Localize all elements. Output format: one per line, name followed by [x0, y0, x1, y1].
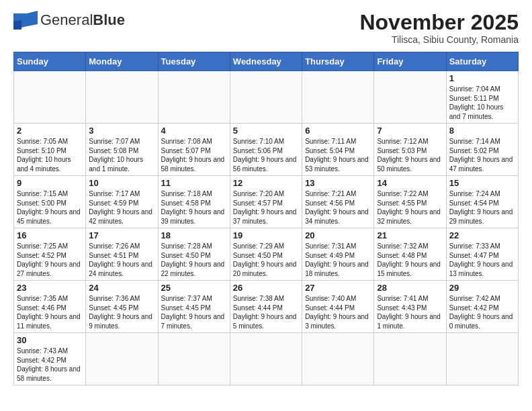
day-info: Sunrise: 7:21 AM Sunset: 4:56 PM Dayligh…: [305, 189, 371, 226]
calendar-cell-w1d4: 6Sunrise: 7:11 AM Sunset: 5:04 PM Daylig…: [302, 124, 374, 176]
calendar-cell-w3d5: 21Sunrise: 7:32 AM Sunset: 4:48 PM Dayli…: [374, 228, 446, 281]
day-info: Sunrise: 7:28 AM Sunset: 4:50 PM Dayligh…: [161, 242, 227, 278]
day-number: 28: [377, 283, 443, 293]
day-info: Sunrise: 7:38 AM Sunset: 4:44 PM Dayligh…: [233, 294, 299, 330]
day-number: 6: [305, 126, 371, 136]
calendar-cell-w3d2: 18Sunrise: 7:28 AM Sunset: 4:50 PM Dayli…: [158, 228, 230, 281]
weekday-header-row: SundayMondayTuesdayWednesdayThursdayFrid…: [14, 52, 519, 71]
day-info: Sunrise: 7:14 AM Sunset: 5:02 PM Dayligh…: [449, 137, 515, 173]
day-info: Sunrise: 7:41 AM Sunset: 4:43 PM Dayligh…: [377, 294, 443, 330]
day-info: Sunrise: 7:12 AM Sunset: 5:03 PM Dayligh…: [377, 137, 443, 173]
day-info: Sunrise: 7:40 AM Sunset: 4:44 PM Dayligh…: [305, 294, 371, 330]
calendar-cell-w1d0: 2Sunrise: 7:05 AM Sunset: 5:10 PM Daylig…: [14, 124, 86, 176]
calendar-cell-w0d4: [302, 71, 374, 124]
day-info: Sunrise: 7:33 AM Sunset: 4:47 PM Dayligh…: [449, 242, 515, 278]
day-number: 10: [89, 178, 154, 188]
logo: GeneralBlue: [13, 11, 125, 30]
calendar-cell-w1d5: 7Sunrise: 7:12 AM Sunset: 5:03 PM Daylig…: [374, 124, 446, 176]
calendar-cell-w5d2: [158, 333, 230, 385]
day-info: Sunrise: 7:29 AM Sunset: 4:50 PM Dayligh…: [233, 242, 299, 278]
calendar-cell-w0d3: [230, 71, 302, 124]
title-block: November 2025 Tilisca, Sibiu County, Rom…: [359, 11, 519, 45]
weekday-header-thursday: Thursday: [302, 52, 374, 71]
weekday-header-wednesday: Wednesday: [230, 52, 302, 71]
weekday-header-friday: Friday: [374, 52, 446, 71]
day-number: 15: [449, 178, 515, 188]
day-number: 18: [161, 230, 227, 240]
calendar-cell-w3d4: 20Sunrise: 7:31 AM Sunset: 4:49 PM Dayli…: [302, 228, 374, 281]
day-info: Sunrise: 7:17 AM Sunset: 4:59 PM Dayligh…: [89, 189, 154, 226]
day-number: 24: [89, 283, 154, 293]
day-info: Sunrise: 7:05 AM Sunset: 5:10 PM Dayligh…: [17, 137, 83, 173]
day-info: Sunrise: 7:20 AM Sunset: 4:57 PM Dayligh…: [233, 189, 299, 226]
day-info: Sunrise: 7:24 AM Sunset: 4:54 PM Dayligh…: [449, 189, 515, 226]
day-number: 9: [17, 178, 83, 188]
calendar-cell-w5d0: 30Sunrise: 7:43 AM Sunset: 4:42 PM Dayli…: [14, 333, 86, 385]
calendar-cell-w4d3: 26Sunrise: 7:38 AM Sunset: 4:44 PM Dayli…: [230, 281, 302, 333]
day-number: 19: [233, 230, 299, 240]
calendar-cell-w2d6: 15Sunrise: 7:24 AM Sunset: 4:54 PM Dayli…: [446, 176, 518, 228]
day-number: 7: [377, 126, 443, 136]
day-number: 21: [377, 230, 443, 240]
logo-icon: [13, 11, 38, 30]
calendar: SundayMondayTuesdayWednesdayThursdayFrid…: [13, 52, 519, 385]
day-number: 27: [305, 283, 371, 293]
calendar-cell-w1d6: 8Sunrise: 7:14 AM Sunset: 5:02 PM Daylig…: [446, 124, 518, 176]
day-number: 26: [233, 283, 299, 293]
calendar-cell-w0d6: 1Sunrise: 7:04 AM Sunset: 5:11 PM Daylig…: [446, 71, 518, 124]
calendar-cell-w2d3: 12Sunrise: 7:20 AM Sunset: 4:57 PM Dayli…: [230, 176, 302, 228]
calendar-cell-w1d1: 3Sunrise: 7:07 AM Sunset: 5:08 PM Daylig…: [86, 124, 158, 176]
day-number: 2: [17, 126, 83, 136]
calendar-cell-w4d4: 27Sunrise: 7:40 AM Sunset: 4:44 PM Dayli…: [302, 281, 374, 333]
logo-text: GeneralBlue: [40, 13, 125, 28]
day-number: 5: [233, 126, 299, 136]
logo-blue: Blue: [93, 11, 125, 28]
day-number: 16: [17, 230, 83, 240]
day-number: 12: [233, 178, 299, 188]
calendar-cell-w4d0: 23Sunrise: 7:35 AM Sunset: 4:46 PM Dayli…: [14, 281, 86, 333]
calendar-cell-w4d1: 24Sunrise: 7:36 AM Sunset: 4:45 PM Dayli…: [86, 281, 158, 333]
calendar-cell-w2d4: 13Sunrise: 7:21 AM Sunset: 4:56 PM Dayli…: [302, 176, 374, 228]
day-info: Sunrise: 7:04 AM Sunset: 5:11 PM Dayligh…: [449, 85, 515, 121]
day-info: Sunrise: 7:42 AM Sunset: 4:42 PM Dayligh…: [449, 294, 515, 330]
day-info: Sunrise: 7:25 AM Sunset: 4:52 PM Dayligh…: [17, 242, 83, 278]
day-info: Sunrise: 7:35 AM Sunset: 4:46 PM Dayligh…: [17, 294, 83, 330]
day-info: Sunrise: 7:36 AM Sunset: 4:45 PM Dayligh…: [89, 294, 154, 330]
subtitle: Tilisca, Sibiu County, Romania: [359, 34, 519, 45]
day-info: Sunrise: 7:22 AM Sunset: 4:55 PM Dayligh…: [377, 189, 443, 226]
day-info: Sunrise: 7:15 AM Sunset: 5:00 PM Dayligh…: [17, 189, 83, 226]
week-row-3: 16Sunrise: 7:25 AM Sunset: 4:52 PM Dayli…: [14, 228, 519, 281]
calendar-cell-w3d3: 19Sunrise: 7:29 AM Sunset: 4:50 PM Dayli…: [230, 228, 302, 281]
page: GeneralBlue November 2025 Tilisca, Sibiu…: [0, 0, 532, 392]
day-number: 11: [161, 178, 227, 188]
day-number: 29: [449, 283, 515, 293]
logo-general: General: [40, 11, 93, 28]
weekday-header-monday: Monday: [86, 52, 158, 71]
day-info: Sunrise: 7:37 AM Sunset: 4:45 PM Dayligh…: [161, 294, 227, 330]
day-info: Sunrise: 7:43 AM Sunset: 4:42 PM Dayligh…: [17, 347, 83, 383]
weekday-header-saturday: Saturday: [446, 52, 518, 71]
calendar-cell-w5d5: [374, 333, 446, 385]
day-number: 13: [305, 178, 371, 188]
day-info: Sunrise: 7:10 AM Sunset: 5:06 PM Dayligh…: [233, 137, 299, 173]
calendar-cell-w1d2: 4Sunrise: 7:08 AM Sunset: 5:07 PM Daylig…: [158, 124, 230, 176]
day-number: 25: [161, 283, 227, 293]
calendar-cell-w5d3: [230, 333, 302, 385]
month-title: November 2025: [359, 11, 519, 34]
day-number: 30: [17, 335, 83, 345]
day-number: 8: [449, 126, 515, 136]
day-number: 3: [89, 126, 154, 136]
day-number: 22: [449, 230, 515, 240]
day-number: 20: [305, 230, 371, 240]
calendar-cell-w5d1: [86, 333, 158, 385]
calendar-cell-w2d5: 14Sunrise: 7:22 AM Sunset: 4:55 PM Dayli…: [374, 176, 446, 228]
day-number: 14: [377, 178, 443, 188]
calendar-cell-w0d1: [86, 71, 158, 124]
calendar-cell-w0d0: [14, 71, 86, 124]
calendar-cell-w4d2: 25Sunrise: 7:37 AM Sunset: 4:45 PM Dayli…: [158, 281, 230, 333]
calendar-cell-w0d2: [158, 71, 230, 124]
calendar-cell-w1d3: 5Sunrise: 7:10 AM Sunset: 5:06 PM Daylig…: [230, 124, 302, 176]
day-info: Sunrise: 7:18 AM Sunset: 4:58 PM Dayligh…: [161, 189, 227, 226]
week-row-2: 9Sunrise: 7:15 AM Sunset: 5:00 PM Daylig…: [14, 176, 519, 228]
calendar-cell-w2d2: 11Sunrise: 7:18 AM Sunset: 4:58 PM Dayli…: [158, 176, 230, 228]
